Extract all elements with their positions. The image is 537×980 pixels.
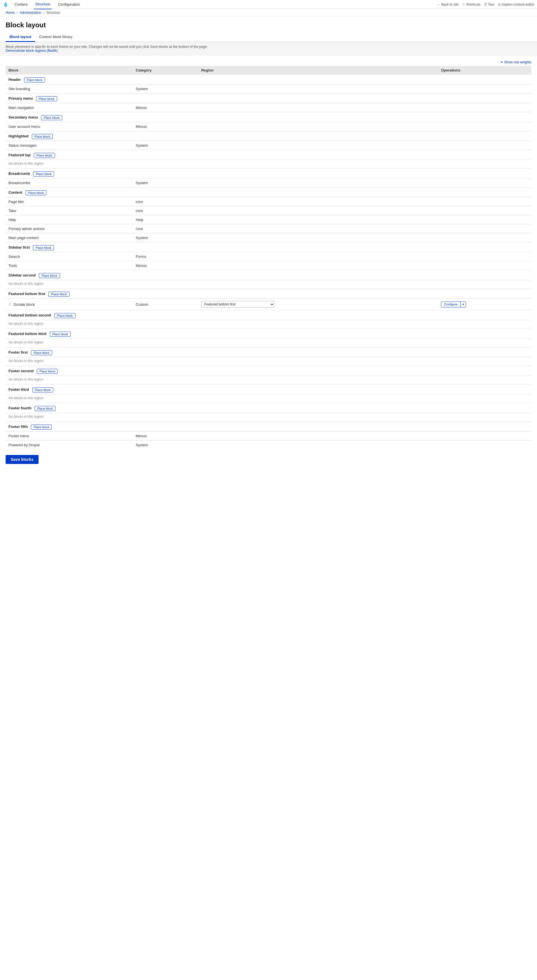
place-block-featured-bottom-second-btn[interactable]: Place block bbox=[54, 313, 75, 318]
block-search-ops bbox=[438, 252, 531, 261]
tour-link[interactable]: ⏱ Tour bbox=[484, 3, 494, 6]
place-block-primary-menu-btn[interactable]: Place block bbox=[36, 96, 57, 101]
place-block-footer-second-btn[interactable]: Place block bbox=[37, 369, 58, 374]
place-block-footer-first-btn[interactable]: Place block bbox=[31, 350, 52, 355]
configure-dropdown-btn[interactable]: ▾ bbox=[461, 302, 466, 307]
region-primary-menu-name: Primary menu bbox=[8, 96, 33, 100]
empty-footer-third-row: No blocks in this region bbox=[6, 395, 531, 403]
adminbar-structure[interactable]: Structure bbox=[34, 0, 52, 9]
place-block-footer-fourth-btn[interactable]: Place block bbox=[35, 406, 56, 411]
back-to-site-link[interactable]: ← Back to site bbox=[437, 3, 459, 6]
block-status-messages-region bbox=[199, 141, 438, 150]
empty-footer-second-row: No blocks in this region bbox=[6, 376, 531, 385]
configure-donate-btn[interactable]: Configure bbox=[441, 302, 461, 307]
save-blocks-button[interactable]: Save blocks bbox=[6, 455, 38, 464]
region-footer-second-name: Footer second bbox=[8, 369, 34, 373]
region-highlighted-name: Highlighted bbox=[8, 134, 29, 138]
place-block-content-btn[interactable]: Place block bbox=[25, 190, 46, 196]
place-block-footer-fifth-btn[interactable]: Place block bbox=[31, 425, 52, 430]
block-powered-by-drupal-name: Powered by Drupal bbox=[6, 441, 133, 450]
drag-handle-icon[interactable]: ⠿ bbox=[8, 302, 11, 307]
adminbar-configuration[interactable]: Configuration bbox=[56, 0, 81, 9]
place-block-breadcrumb-btn[interactable]: Place block bbox=[33, 172, 54, 177]
block-footer-menu-region bbox=[199, 431, 438, 441]
tab-custom-block-library[interactable]: Custom block library bbox=[35, 32, 76, 42]
block-main-page-content-ops bbox=[438, 233, 531, 242]
region-sidebar-first-name: Sidebar first bbox=[8, 245, 30, 250]
block-page-title-category: core bbox=[133, 197, 198, 206]
block-user-account-ops bbox=[438, 122, 531, 131]
region-sidebar-second-name: Sidebar second bbox=[8, 273, 36, 277]
empty-featured-bottom-third-text: No blocks in this region bbox=[6, 339, 531, 347]
block-tools-ops bbox=[438, 261, 531, 270]
table-row: Main navigation Menus bbox=[6, 103, 531, 112]
row-weights-section: ✦ Show row weights bbox=[6, 59, 531, 66]
block-tabs-category: core bbox=[133, 206, 198, 215]
empty-featured-bottom-third-row: No blocks in this region bbox=[6, 339, 531, 347]
place-block-sidebar-first-btn[interactable]: Place block bbox=[33, 245, 54, 250]
table-row: Main page content System bbox=[6, 233, 531, 242]
block-footer-menu-category: Menus bbox=[133, 431, 198, 441]
table-row: Powered by Drupal System bbox=[6, 441, 531, 450]
place-block-featured-top-btn[interactable]: Place block bbox=[34, 153, 55, 158]
region-footer-first-name: Footer first bbox=[8, 350, 28, 355]
table-row: Primary admin actions core bbox=[6, 224, 531, 233]
place-block-featured-bottom-third-btn[interactable]: Place block bbox=[50, 332, 71, 337]
block-user-account-region bbox=[199, 122, 438, 131]
block-main-page-content-region bbox=[199, 233, 438, 242]
region-featured-top-name: Featured top bbox=[8, 153, 31, 157]
place-block-sidebar-second-btn[interactable]: Place block bbox=[39, 273, 60, 278]
block-main-nav-name: Main navigation bbox=[6, 103, 133, 112]
block-site-branding-ops bbox=[438, 84, 531, 94]
tab-block-layout[interactable]: Block layout bbox=[6, 32, 35, 42]
col-region: Region bbox=[199, 66, 438, 75]
breadcrumb: Home › Administration › Structure bbox=[0, 9, 537, 17]
demonstrate-regions-link[interactable]: Demonstrate block regions (Bartik) bbox=[6, 49, 58, 52]
page-title: Block layout bbox=[6, 21, 531, 29]
place-block-secondary-menu-btn[interactable]: Place block bbox=[41, 115, 62, 120]
drupal-logo-icon bbox=[3, 2, 8, 7]
block-user-account-category: Menus bbox=[133, 122, 198, 131]
region-header-row: Header Place block bbox=[6, 75, 531, 84]
block-donate-region: Featured bottom first Header Primary men… bbox=[199, 299, 438, 310]
shortcuts-link[interactable]: ☆ Shortcuts bbox=[462, 3, 480, 6]
region-featured-top-row: Featured top Place block bbox=[6, 150, 531, 160]
region-footer-fifth-row: Footer fifth Place block bbox=[6, 422, 531, 431]
user-link[interactable]: ⊙ clayton-content-editor bbox=[498, 3, 534, 6]
breadcrumb-administration[interactable]: Administration bbox=[20, 11, 41, 14]
block-tools-region bbox=[199, 261, 438, 270]
admin-bar-right: ← Back to site ☆ Shortcuts ⏱ Tour ⊙ clay… bbox=[437, 3, 534, 6]
breadcrumb-home[interactable]: Home bbox=[6, 11, 14, 14]
block-page-title-ops bbox=[438, 197, 531, 206]
block-primary-admin-name: Primary admin actions bbox=[6, 224, 133, 233]
admin-bar: Content Structure Configuration ← Back t… bbox=[0, 0, 537, 9]
show-row-weights-link[interactable]: ✦ Show row weights bbox=[500, 60, 531, 64]
table-row: Help Help bbox=[6, 215, 531, 224]
col-block: Block bbox=[6, 66, 133, 75]
block-tools-category: Menus bbox=[133, 261, 198, 270]
empty-featured-bottom-second-text: No blocks in this region bbox=[6, 320, 531, 329]
table-row: Page title core bbox=[6, 197, 531, 206]
region-primary-menu-row: Primary menu Place block bbox=[6, 94, 531, 103]
block-main-nav-region bbox=[199, 103, 438, 112]
donate-region-select[interactable]: Featured bottom first Header Primary men… bbox=[201, 301, 275, 308]
block-tabs-ops bbox=[438, 206, 531, 215]
region-footer-first-row: Footer first Place block bbox=[6, 347, 531, 357]
empty-footer-first-text: No blocks in this region bbox=[6, 357, 531, 366]
page-tabs: Block layout Custom block library bbox=[0, 32, 537, 42]
empty-sidebar-second-row: No blocks in this region bbox=[6, 280, 531, 289]
block-primary-admin-region bbox=[199, 224, 438, 233]
place-block-featured-bottom-first-btn[interactable]: Place block bbox=[48, 292, 69, 297]
block-help-name: Help bbox=[6, 215, 133, 224]
empty-featured-top-text: No blocks in this region bbox=[6, 160, 531, 169]
place-block-footer-third-btn[interactable]: Place block bbox=[32, 387, 53, 393]
place-block-header-btn[interactable]: Place block bbox=[24, 78, 45, 83]
notice-bar: Block placement is specific to each them… bbox=[0, 42, 537, 56]
adminbar-content[interactable]: Content bbox=[13, 0, 29, 9]
block-donate-ops: Configure ▾ bbox=[438, 299, 531, 310]
region-secondary-menu-name: Secondary menu bbox=[8, 115, 38, 119]
block-donate-category: Custom bbox=[133, 299, 198, 310]
block-breadcrumbs-category: System bbox=[133, 178, 198, 188]
place-block-highlighted-btn[interactable]: Place block bbox=[32, 134, 52, 139]
block-status-messages-ops bbox=[438, 141, 531, 150]
